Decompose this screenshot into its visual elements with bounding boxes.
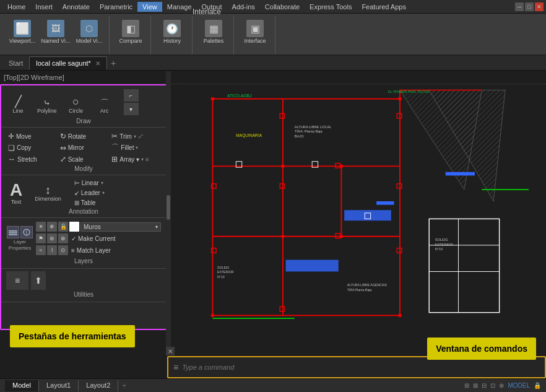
layer-lock-icon[interactable]: 🔓: [58, 222, 68, 232]
tab-add-button[interactable]: +: [107, 57, 119, 69]
tab-drawing[interactable]: local calle sagunt* ✕: [29, 56, 107, 70]
menu-output[interactable]: Output: [197, 2, 227, 12]
command-input[interactable]: [182, 364, 540, 371]
tool-rotate[interactable]: ↻ Rotate: [58, 131, 110, 141]
ribbon-compare-group: ◧ Compare: [111, 16, 151, 54]
trim-dropdown-arrow: ▾: [134, 134, 136, 139]
svg-point-33: [211, 314, 215, 318]
window-maximize[interactable]: □: [525, 2, 534, 11]
ribbon-viewport-btn[interactable]: ⬜ Viewport...: [6, 17, 38, 47]
ribbon-palettes-group: ▦ Palettes: [194, 16, 234, 54]
tool-copy[interactable]: ❑ Copy: [6, 142, 58, 154]
status-tab-add[interactable]: +: [118, 380, 130, 391]
ribbon-history-btn[interactable]: 🕐 History: [156, 17, 188, 47]
status-icon-polar[interactable]: ⊡: [490, 382, 495, 389]
layer-icon-f[interactable]: ⊙: [58, 245, 68, 255]
ribbon-palettes-btn[interactable]: ▦ Palettes: [197, 17, 230, 47]
canvas-area[interactable]: ATICO-AOBJ EL PRIMER PISO TECHO MAQUINAR…: [167, 84, 546, 330]
tool-table[interactable]: ⊞ Table: [72, 199, 106, 207]
ribbon-compare-btn[interactable]: ◧ Compare: [115, 17, 147, 47]
status-icon-grid[interactable]: ⊞: [464, 382, 469, 389]
menu-expresstools[interactable]: Express Tools: [305, 2, 357, 12]
layer-action-row2: ≈ ⌇ ⊙ ≡ Match Layer: [36, 245, 161, 255]
tool-text[interactable]: A Text: [6, 180, 26, 206]
interface-label: Interface: [244, 38, 266, 45]
layer-icon-c[interactable]: ⊕: [58, 233, 68, 243]
status-tab-layout2[interactable]: Layout2: [79, 380, 118, 391]
scale-label: Scale: [68, 156, 84, 163]
close-scroll-btn[interactable]: ✕: [166, 347, 175, 355]
layer-name-text: Muros: [84, 224, 101, 230]
tool-polyline[interactable]: ⤷ Polyline: [35, 97, 59, 115]
window-close[interactable]: ✕: [535, 2, 544, 11]
svg-rect-2: [9, 234, 17, 235]
view-label-bar: [Top][2D Wireframe]: [0, 71, 546, 84]
menu-home[interactable]: Home: [2, 2, 30, 12]
tool-fillet[interactable]: ⌒ Fillet ▾: [110, 142, 161, 154]
tool-mirror[interactable]: ⇔ Mirror: [58, 142, 110, 154]
svg-point-37: [281, 235, 285, 238]
layer-icon-d[interactable]: ≈: [36, 245, 46, 255]
window-minimize[interactable]: ─: [515, 2, 524, 11]
polyline-label: Polyline: [37, 108, 57, 114]
menu-featuredapps[interactable]: Featured Apps: [357, 2, 411, 12]
menu-view[interactable]: View: [137, 2, 162, 12]
menu-addins[interactable]: Add-ins: [227, 2, 260, 12]
menu-parametric[interactable]: Parametric: [95, 2, 137, 12]
svg-text:N°10: N°10: [435, 247, 443, 251]
status-icon-snap[interactable]: ⊠: [473, 382, 478, 389]
table-icon: ⊞: [74, 199, 79, 206]
menu-annotate[interactable]: Annotate: [58, 2, 95, 12]
tool-dimension[interactable]: ↕ Dimension: [31, 183, 65, 203]
layer-sun-icon[interactable]: ☀: [36, 222, 46, 232]
status-tab-layout1[interactable]: Layout1: [39, 380, 79, 391]
draw-more-btn1[interactable]: ⌐: [124, 89, 139, 102]
layer-icon-e[interactable]: ⌇: [47, 245, 57, 255]
menu-collaborate[interactable]: Collaborate: [260, 2, 305, 12]
ribbon-namedview-btn[interactable]: 🖼 Named Vi...: [40, 17, 72, 47]
tab-drawing-close[interactable]: ✕: [95, 60, 100, 67]
left-scroll[interactable]: [166, 71, 171, 350]
utility-tool-1[interactable]: ≡: [6, 271, 28, 290]
status-icon-model[interactable]: MODEL: [508, 382, 530, 389]
history-icon: 🕐: [163, 20, 181, 37]
tool-stretch[interactable]: ↔ Stretch: [6, 154, 58, 164]
ribbon-modelview-btn[interactable]: ⬡ Model Vi...: [73, 17, 105, 47]
tool-move[interactable]: ✛ Move: [6, 131, 58, 141]
draw-more-btn2[interactable]: ▾: [124, 103, 139, 115]
interface-icon: ▣: [246, 20, 264, 37]
namedview-label: Named Vi...: [41, 38, 71, 45]
match-layer-btn[interactable]: ≡ Match Layer: [69, 246, 113, 255]
make-current-btn[interactable]: ✓ Make Current: [69, 235, 118, 243]
tool-leader[interactable]: ↙ Leader ▾: [72, 189, 106, 197]
layer-color-icon[interactable]: [69, 222, 79, 232]
utility-tool-2[interactable]: ⬆: [31, 271, 46, 290]
layer-icon-b[interactable]: ⊛: [47, 233, 57, 243]
tool-scale[interactable]: ⤢ Scale: [58, 154, 110, 164]
svg-rect-39: [446, 172, 475, 176]
tool-arc[interactable]: ⌒ Arc: [93, 97, 116, 115]
menu-manage[interactable]: Manage: [162, 2, 197, 12]
layer-icon-a[interactable]: ⚑: [36, 233, 46, 243]
layer-properties-btn[interactable]: LayerProperties: [6, 226, 33, 251]
tab-start[interactable]: Start: [2, 57, 29, 69]
tool-linear[interactable]: ⊢ Linear ▾: [72, 179, 106, 187]
trim-paint-icon: 🖊: [138, 134, 143, 139]
trim-label: Trim: [119, 133, 132, 140]
layer-freeze-icon[interactable]: ❄: [47, 222, 57, 232]
tool-trim[interactable]: ✂ Trim ▾ 🖊: [110, 131, 161, 141]
tool-line[interactable]: ╱ Line: [6, 95, 30, 115]
status-icon-osnap[interactable]: ⊕: [499, 382, 504, 389]
linear-dropdown: ▾: [101, 180, 103, 186]
scroll-thumb[interactable]: [167, 195, 170, 220]
ribbon-interface-btn[interactable]: ▣ Interface: [239, 17, 271, 47]
status-icon-ortho[interactable]: ⊟: [482, 382, 487, 389]
tool-array[interactable]: ⊞ Array ▾ ▾ ≡: [110, 154, 161, 164]
command-menu-icon[interactable]: ≡: [173, 362, 178, 372]
status-tab-model[interactable]: Model: [5, 380, 39, 391]
menu-insert[interactable]: Insert: [30, 2, 58, 12]
status-icons: ⊞ ⊠ ⊟ ⊡ ⊕ MODEL 🔒: [464, 382, 541, 389]
layer-name-dropdown[interactable]: Muros ▾: [80, 222, 161, 232]
move-label: Move: [16, 133, 31, 140]
tool-circle[interactable]: ○ Circle: [64, 95, 88, 115]
